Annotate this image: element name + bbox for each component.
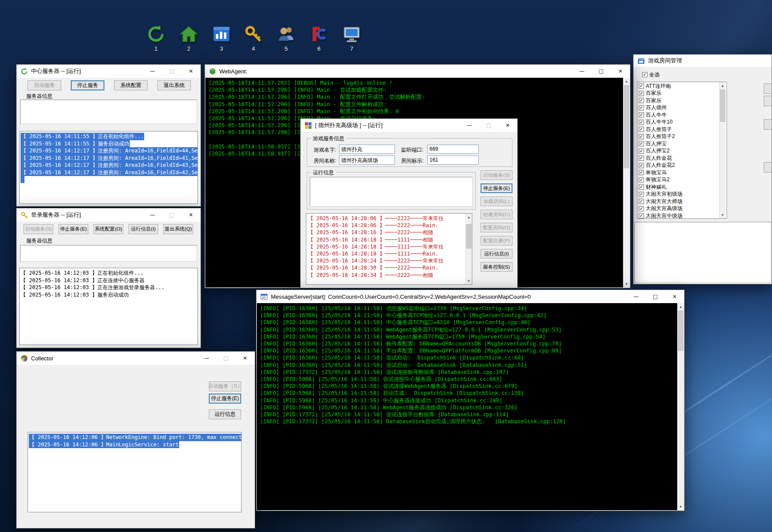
- select-all-checkbox[interactable]: ✓全选: [641, 71, 660, 79]
- log-row[interactable]: 【 2025-05-16 14:12:17 】注册房间: AreaId=16,F…: [20, 147, 197, 155]
- cut-off-button[interactable]: [764, 162, 772, 173]
- log-row[interactable]: 【 2025-05-16 14:28:18 】────1111────相随: [307, 236, 465, 243]
- room-list-scrollbar[interactable]: ▲ ▼: [719, 82, 726, 218]
- log-row[interactable]: 【 2025-05-16 14:28:24 】────2222────常来常往: [307, 257, 465, 264]
- stop-service-button[interactable]: 停止服务(E): [209, 394, 241, 404]
- maximize-button[interactable]: □: [646, 290, 665, 303]
- webagent-scrollbar[interactable]: ▲ ▼: [623, 78, 630, 287]
- run-info-button[interactable]: 运行信息(I): [481, 249, 512, 259]
- scrollbar-thumb[interactable]: [678, 311, 683, 351]
- desktop-icon-4[interactable]: 4: [239, 24, 267, 52]
- room-list-item[interactable]: ✓百人押宝2: [638, 148, 720, 155]
- maximize-button[interactable]: □: [592, 65, 611, 78]
- log-row[interactable]: 【 2025-05-16 14:28:16 】────2222────相随: [307, 229, 465, 236]
- minimize-button[interactable]: —: [143, 208, 162, 221]
- minimize-button[interactable]: —: [197, 352, 216, 365]
- cut-off-button[interactable]: [764, 96, 772, 106]
- log-row[interactable]: 【 2025-05-16 14:12:03 】正在注册游戏登录服务器...: [20, 284, 197, 291]
- log-row[interactable]: 【 2025-05-16 14:12:03 】服务启动成功: [20, 291, 197, 299]
- close-button[interactable]: ✕: [181, 65, 201, 78]
- webagent-titlebar[interactable]: WebAgent: — □ ✕: [205, 65, 630, 78]
- service-control-button[interactable]: 服务控制(S): [481, 262, 512, 272]
- room-list-item[interactable]: ✓百人牛牛10: [638, 119, 720, 126]
- log-row[interactable]: 【 2025-05-16 14:28:06 】────2222────常来常往: [307, 215, 465, 222]
- room-list-item[interactable]: ✓百家乐: [638, 97, 720, 104]
- run-info-button[interactable]: 运行信息(I): [128, 224, 158, 234]
- log-row[interactable]: 【 2025-05-16 14:12:06 】NetworkEngine: Bi…: [28, 434, 241, 441]
- exit-system-button[interactable]: 退出系统(Q): [163, 224, 193, 234]
- room-name-field[interactable]: 德州扑克高级场: [339, 155, 395, 165]
- room-list-item[interactable]: ✓百人押宝: [638, 140, 720, 148]
- scroll-down-arrow-icon[interactable]: ▼: [678, 503, 684, 510]
- room-list-item[interactable]: ✓百人炸金花2: [638, 162, 720, 169]
- stop-service-button[interactable]: 停止服务(E): [481, 183, 512, 193]
- exit-system-button[interactable]: 退出系统: [157, 80, 191, 90]
- minimize-button[interactable]: —: [627, 290, 646, 303]
- room-list-item[interactable]: ✓百家乐: [638, 90, 720, 97]
- poker-log-scrollbar[interactable]: ▲ ▼: [465, 214, 472, 284]
- room-list-item[interactable]: ✓大闹天宫高级场: [638, 205, 720, 213]
- scrollbar-thumb[interactable]: [720, 90, 725, 122]
- scroll-up-arrow-icon[interactable]: ▲: [678, 303, 684, 310]
- scroll-up-arrow-icon[interactable]: ▲: [466, 214, 472, 221]
- log-row[interactable]: 【 2025-05-16 14:28:06 】────2222────Rain.: [307, 222, 465, 229]
- system-config-button[interactable]: 系统配置: [114, 80, 148, 90]
- log-row[interactable]: 【 2025-05-16 14:11:55 】正在初始化组件...: [20, 133, 197, 140]
- system-config-button[interactable]: 系统配置(O): [93, 224, 123, 234]
- log-row[interactable]: 【 2025-05-16 14:28:18 】────1111────Rain.: [307, 250, 465, 257]
- message-server-console[interactable]: [INFO] [PID:16360] [25/05/16 14:11:58] 消…: [257, 303, 684, 510]
- message-server-titlebar[interactable]: MessageServer[start]: ConnCount=0,UserCo…: [256, 290, 684, 303]
- login-server-log-list[interactable]: 【 2025-05-16 14:12:03 】正在初始化组件...【 2025-…: [19, 268, 198, 345]
- room-list-item[interactable]: ✓ATT连环炮: [638, 83, 720, 90]
- log-row[interactable]: 【 2025-05-16 14:28:34 】────2222────相随: [307, 272, 465, 279]
- minimize-button[interactable]: —: [572, 65, 592, 78]
- room-id-field[interactable]: 161: [427, 155, 479, 165]
- close-button[interactable]: ✕: [665, 290, 684, 303]
- central-server-titlebar[interactable]: 中心服务器 -- [运行] — □ ✕: [17, 65, 201, 78]
- scroll-up-arrow-icon[interactable]: ▲: [720, 82, 726, 89]
- login-server-titlebar[interactable]: 登录服务器 -- [运行] — □ ✕: [17, 208, 201, 221]
- room-list-item[interactable]: ✓百人推筒子: [638, 126, 720, 133]
- scroll-down-arrow-icon[interactable]: ▼: [720, 211, 726, 218]
- room-list-item[interactable]: ✓大闹天宫中级场: [638, 212, 720, 219]
- scroll-up-arrow-icon[interactable]: ▲: [623, 78, 630, 85]
- desktop-icon-1[interactable]: 1: [142, 24, 170, 52]
- collector-log-list[interactable]: 【 2025-05-16 14:12:06 】NetworkEngine: Bi…: [28, 432, 242, 512]
- room-list-item[interactable]: ✓奔驰宝马: [638, 169, 720, 176]
- log-row[interactable]: 【 2025-05-16 14:12:17 】注册房间: AreaId=16,F…: [20, 155, 197, 162]
- scrollbar-thumb[interactable]: [624, 85, 629, 168]
- close-button[interactable]: ✕: [498, 119, 517, 132]
- desktop-icon-5[interactable]: 5: [272, 24, 300, 52]
- close-button[interactable]: ✕: [611, 65, 630, 78]
- cut-off-button[interactable]: [764, 83, 772, 94]
- room-list[interactable]: ✓ATT连环炮 ✓百家乐 ✓百家乐 ✓百人德州 ✓百人牛牛 ✓百人牛牛10 ✓百…: [637, 82, 727, 219]
- log-row[interactable]: 【 2025-05-16 14:28:30 】────2222────Rain.: [307, 264, 465, 271]
- desktop-icon-7[interactable]: 7: [338, 24, 366, 52]
- log-row[interactable]: 【 2025-05-16 14:12:17 】注册房间: AreaId=16,F…: [20, 169, 197, 176]
- room-list-item[interactable]: ✓大闹天宫大师场: [638, 198, 720, 205]
- game-name-field[interactable]: 德州扑克: [339, 145, 395, 154]
- listen-port-field[interactable]: 669: [427, 145, 479, 154]
- log-row[interactable]: 【 2025-05-16 14:28:18 】────1111────常来常往: [307, 243, 465, 250]
- desktop-icon-6[interactable]: 6: [305, 24, 333, 52]
- log-row[interactable]: 【 2025-05-16 14:12:17 】注册房间: AreaId=16,F…: [20, 162, 197, 169]
- scroll-down-arrow-icon[interactable]: ▼: [466, 277, 472, 284]
- stop-service-button[interactable]: 停止服务: [71, 80, 104, 90]
- minimize-button[interactable]: —: [460, 119, 479, 132]
- log-row[interactable]: 【 2025-05-16 14:12:06 】MainLogicService:…: [28, 441, 241, 449]
- log-row[interactable]: 【 2025-05-16 14:12:03 】正在初始化组件...: [20, 269, 197, 277]
- collector-titlebar[interactable]: Collector — □ ✕: [17, 352, 255, 365]
- minimize-button[interactable]: —: [143, 65, 162, 78]
- desktop-icon-3[interactable]: 3: [208, 24, 235, 52]
- room-list-item[interactable]: ✓财神赐礼: [638, 183, 720, 191]
- room-list-item[interactable]: ✓百人德州: [638, 104, 720, 112]
- message-server-scrollbar[interactable]: ▲ ▼: [677, 303, 684, 510]
- log-row[interactable]: 【 2025-05-16 14:12:03 】正在连接中心服务器: [20, 277, 197, 284]
- log-row[interactable]: 【 2025-05-16 14:11:55 】服务启动成功: [20, 140, 197, 148]
- room-list-item[interactable]: ✓百人牛牛: [638, 111, 720, 119]
- close-button[interactable]: ✕: [181, 208, 201, 221]
- run-info-button[interactable]: 运行信息: [209, 409, 241, 419]
- close-button[interactable]: ✕: [235, 352, 255, 365]
- scroll-down-arrow-icon[interactable]: ▼: [623, 280, 630, 287]
- scrollbar-thumb[interactable]: [466, 224, 471, 249]
